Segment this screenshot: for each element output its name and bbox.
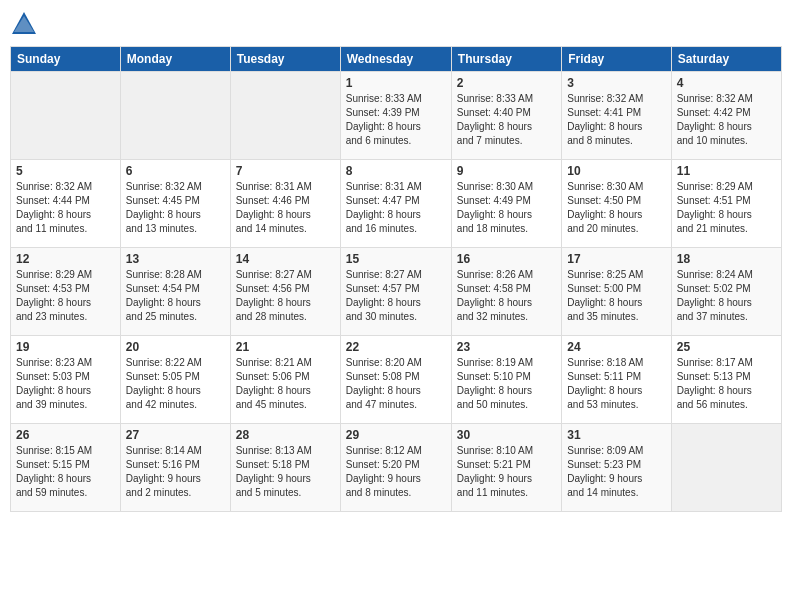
- day-info: Sunrise: 8:18 AM Sunset: 5:11 PM Dayligh…: [567, 356, 665, 412]
- day-number: 4: [677, 76, 776, 90]
- day-info: Sunrise: 8:14 AM Sunset: 5:16 PM Dayligh…: [126, 444, 225, 500]
- day-info: Sunrise: 8:32 AM Sunset: 4:41 PM Dayligh…: [567, 92, 665, 148]
- day-cell: 21Sunrise: 8:21 AM Sunset: 5:06 PM Dayli…: [230, 336, 340, 424]
- day-cell: 5Sunrise: 8:32 AM Sunset: 4:44 PM Daylig…: [11, 160, 121, 248]
- day-cell: [671, 424, 781, 512]
- day-info: Sunrise: 8:27 AM Sunset: 4:57 PM Dayligh…: [346, 268, 446, 324]
- day-info: Sunrise: 8:27 AM Sunset: 4:56 PM Dayligh…: [236, 268, 335, 324]
- day-info: Sunrise: 8:23 AM Sunset: 5:03 PM Dayligh…: [16, 356, 115, 412]
- day-cell: 29Sunrise: 8:12 AM Sunset: 5:20 PM Dayli…: [340, 424, 451, 512]
- day-number: 30: [457, 428, 556, 442]
- day-number: 17: [567, 252, 665, 266]
- day-number: 15: [346, 252, 446, 266]
- day-cell: 16Sunrise: 8:26 AM Sunset: 4:58 PM Dayli…: [451, 248, 561, 336]
- day-number: 26: [16, 428, 115, 442]
- day-number: 1: [346, 76, 446, 90]
- day-info: Sunrise: 8:33 AM Sunset: 4:40 PM Dayligh…: [457, 92, 556, 148]
- day-info: Sunrise: 8:30 AM Sunset: 4:49 PM Dayligh…: [457, 180, 556, 236]
- day-info: Sunrise: 8:28 AM Sunset: 4:54 PM Dayligh…: [126, 268, 225, 324]
- day-cell: 17Sunrise: 8:25 AM Sunset: 5:00 PM Dayli…: [562, 248, 671, 336]
- day-number: 27: [126, 428, 225, 442]
- day-cell: 10Sunrise: 8:30 AM Sunset: 4:50 PM Dayli…: [562, 160, 671, 248]
- day-info: Sunrise: 8:19 AM Sunset: 5:10 PM Dayligh…: [457, 356, 556, 412]
- day-info: Sunrise: 8:21 AM Sunset: 5:06 PM Dayligh…: [236, 356, 335, 412]
- day-number: 18: [677, 252, 776, 266]
- day-info: Sunrise: 8:25 AM Sunset: 5:00 PM Dayligh…: [567, 268, 665, 324]
- day-number: 6: [126, 164, 225, 178]
- day-cell: 26Sunrise: 8:15 AM Sunset: 5:15 PM Dayli…: [11, 424, 121, 512]
- day-cell: 27Sunrise: 8:14 AM Sunset: 5:16 PM Dayli…: [120, 424, 230, 512]
- day-number: 9: [457, 164, 556, 178]
- day-cell: 18Sunrise: 8:24 AM Sunset: 5:02 PM Dayli…: [671, 248, 781, 336]
- day-cell: 30Sunrise: 8:10 AM Sunset: 5:21 PM Dayli…: [451, 424, 561, 512]
- day-cell: [120, 72, 230, 160]
- day-number: 22: [346, 340, 446, 354]
- day-number: 11: [677, 164, 776, 178]
- day-info: Sunrise: 8:22 AM Sunset: 5:05 PM Dayligh…: [126, 356, 225, 412]
- day-number: 23: [457, 340, 556, 354]
- day-number: 13: [126, 252, 225, 266]
- day-number: 5: [16, 164, 115, 178]
- week-row-2: 5Sunrise: 8:32 AM Sunset: 4:44 PM Daylig…: [11, 160, 782, 248]
- week-row-3: 12Sunrise: 8:29 AM Sunset: 4:53 PM Dayli…: [11, 248, 782, 336]
- weekday-tuesday: Tuesday: [230, 47, 340, 72]
- day-info: Sunrise: 8:12 AM Sunset: 5:20 PM Dayligh…: [346, 444, 446, 500]
- day-cell: 22Sunrise: 8:20 AM Sunset: 5:08 PM Dayli…: [340, 336, 451, 424]
- week-row-5: 26Sunrise: 8:15 AM Sunset: 5:15 PM Dayli…: [11, 424, 782, 512]
- day-cell: 9Sunrise: 8:30 AM Sunset: 4:49 PM Daylig…: [451, 160, 561, 248]
- day-info: Sunrise: 8:32 AM Sunset: 4:44 PM Dayligh…: [16, 180, 115, 236]
- weekday-saturday: Saturday: [671, 47, 781, 72]
- day-number: 25: [677, 340, 776, 354]
- week-row-4: 19Sunrise: 8:23 AM Sunset: 5:03 PM Dayli…: [11, 336, 782, 424]
- day-cell: 28Sunrise: 8:13 AM Sunset: 5:18 PM Dayli…: [230, 424, 340, 512]
- day-number: 24: [567, 340, 665, 354]
- day-cell: 19Sunrise: 8:23 AM Sunset: 5:03 PM Dayli…: [11, 336, 121, 424]
- day-number: 20: [126, 340, 225, 354]
- day-cell: 15Sunrise: 8:27 AM Sunset: 4:57 PM Dayli…: [340, 248, 451, 336]
- day-cell: 24Sunrise: 8:18 AM Sunset: 5:11 PM Dayli…: [562, 336, 671, 424]
- day-info: Sunrise: 8:33 AM Sunset: 4:39 PM Dayligh…: [346, 92, 446, 148]
- day-cell: 31Sunrise: 8:09 AM Sunset: 5:23 PM Dayli…: [562, 424, 671, 512]
- day-info: Sunrise: 8:29 AM Sunset: 4:51 PM Dayligh…: [677, 180, 776, 236]
- day-cell: 13Sunrise: 8:28 AM Sunset: 4:54 PM Dayli…: [120, 248, 230, 336]
- day-info: Sunrise: 8:17 AM Sunset: 5:13 PM Dayligh…: [677, 356, 776, 412]
- day-info: Sunrise: 8:32 AM Sunset: 4:45 PM Dayligh…: [126, 180, 225, 236]
- day-number: 19: [16, 340, 115, 354]
- day-cell: 3Sunrise: 8:32 AM Sunset: 4:41 PM Daylig…: [562, 72, 671, 160]
- day-info: Sunrise: 8:20 AM Sunset: 5:08 PM Dayligh…: [346, 356, 446, 412]
- day-info: Sunrise: 8:15 AM Sunset: 5:15 PM Dayligh…: [16, 444, 115, 500]
- day-info: Sunrise: 8:30 AM Sunset: 4:50 PM Dayligh…: [567, 180, 665, 236]
- weekday-wednesday: Wednesday: [340, 47, 451, 72]
- weekday-friday: Friday: [562, 47, 671, 72]
- day-number: 10: [567, 164, 665, 178]
- day-cell: 14Sunrise: 8:27 AM Sunset: 4:56 PM Dayli…: [230, 248, 340, 336]
- day-cell: 7Sunrise: 8:31 AM Sunset: 4:46 PM Daylig…: [230, 160, 340, 248]
- day-cell: 8Sunrise: 8:31 AM Sunset: 4:47 PM Daylig…: [340, 160, 451, 248]
- day-cell: 4Sunrise: 8:32 AM Sunset: 4:42 PM Daylig…: [671, 72, 781, 160]
- day-number: 14: [236, 252, 335, 266]
- weekday-sunday: Sunday: [11, 47, 121, 72]
- day-info: Sunrise: 8:09 AM Sunset: 5:23 PM Dayligh…: [567, 444, 665, 500]
- page: SundayMondayTuesdayWednesdayThursdayFrid…: [0, 0, 792, 612]
- day-cell: [230, 72, 340, 160]
- logo: [10, 10, 42, 38]
- day-info: Sunrise: 8:10 AM Sunset: 5:21 PM Dayligh…: [457, 444, 556, 500]
- day-cell: 1Sunrise: 8:33 AM Sunset: 4:39 PM Daylig…: [340, 72, 451, 160]
- day-cell: 6Sunrise: 8:32 AM Sunset: 4:45 PM Daylig…: [120, 160, 230, 248]
- day-info: Sunrise: 8:31 AM Sunset: 4:47 PM Dayligh…: [346, 180, 446, 236]
- weekday-header-row: SundayMondayTuesdayWednesdayThursdayFrid…: [11, 47, 782, 72]
- day-info: Sunrise: 8:13 AM Sunset: 5:18 PM Dayligh…: [236, 444, 335, 500]
- day-number: 16: [457, 252, 556, 266]
- day-info: Sunrise: 8:31 AM Sunset: 4:46 PM Dayligh…: [236, 180, 335, 236]
- svg-marker-1: [14, 16, 34, 32]
- day-cell: 2Sunrise: 8:33 AM Sunset: 4:40 PM Daylig…: [451, 72, 561, 160]
- day-cell: [11, 72, 121, 160]
- day-info: Sunrise: 8:24 AM Sunset: 5:02 PM Dayligh…: [677, 268, 776, 324]
- day-number: 31: [567, 428, 665, 442]
- day-number: 7: [236, 164, 335, 178]
- day-info: Sunrise: 8:26 AM Sunset: 4:58 PM Dayligh…: [457, 268, 556, 324]
- day-number: 29: [346, 428, 446, 442]
- day-info: Sunrise: 8:32 AM Sunset: 4:42 PM Dayligh…: [677, 92, 776, 148]
- calendar: SundayMondayTuesdayWednesdayThursdayFrid…: [10, 46, 782, 512]
- day-cell: 12Sunrise: 8:29 AM Sunset: 4:53 PM Dayli…: [11, 248, 121, 336]
